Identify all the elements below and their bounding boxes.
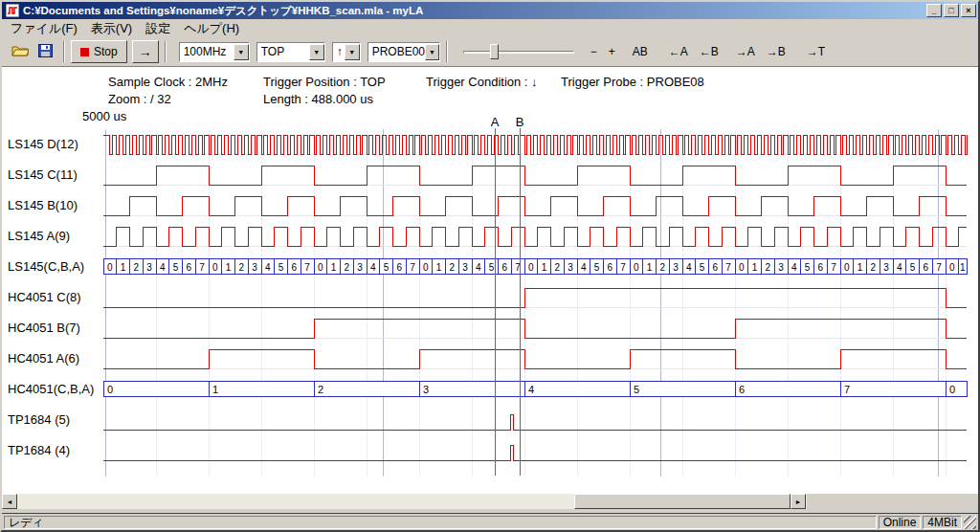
goto-trigger-button[interactable]: →T xyxy=(802,43,830,60)
svg-text:3: 3 xyxy=(423,384,429,395)
folder-open-icon xyxy=(11,44,29,60)
slider-thumb[interactable] xyxy=(490,44,499,59)
svg-text:0: 0 xyxy=(423,262,429,273)
stop-label: Stop xyxy=(94,45,118,58)
probe-value: PROBE00 xyxy=(372,45,425,58)
status-bar: レディ Online 4MBit xyxy=(2,513,978,530)
forward-a-button[interactable]: →A xyxy=(731,43,760,60)
svg-text:3: 3 xyxy=(778,262,784,273)
svg-text:3: 3 xyxy=(883,262,889,273)
horizontal-scrollbar[interactable]: ◄ ► xyxy=(2,494,807,509)
svg-text:B: B xyxy=(516,115,524,129)
svg-text:7: 7 xyxy=(620,262,626,273)
svg-text:5: 5 xyxy=(700,262,705,273)
resize-grip[interactable] xyxy=(964,516,976,529)
svg-text:4: 4 xyxy=(265,262,271,273)
status-message: レディ xyxy=(4,516,877,529)
svg-text:6: 6 xyxy=(292,262,298,273)
svg-text:1: 1 xyxy=(960,262,966,273)
open-button[interactable] xyxy=(8,40,33,63)
chevron-down-icon[interactable]: ▼ xyxy=(345,44,360,60)
svg-text:4: 4 xyxy=(686,262,692,273)
svg-text:7: 7 xyxy=(304,262,310,273)
minimize-button[interactable]: _ xyxy=(926,4,942,17)
svg-text:6: 6 xyxy=(608,262,613,273)
svg-text:2: 2 xyxy=(345,262,350,273)
ab-button[interactable]: AB xyxy=(628,43,653,60)
svg-text:1: 1 xyxy=(212,384,218,395)
svg-text:7: 7 xyxy=(410,262,415,273)
svg-text:7: 7 xyxy=(199,262,205,273)
probe-select[interactable]: PROBE00 ▼ xyxy=(368,42,440,62)
svg-text:1: 1 xyxy=(542,262,547,273)
app-icon xyxy=(6,4,19,17)
title-bar[interactable]: C:¥Documents and Settings¥noname¥デスクトップ¥… xyxy=(2,2,978,19)
close-button[interactable]: × xyxy=(961,4,976,17)
scroll-right-button[interactable]: ► xyxy=(791,494,806,509)
chevron-down-icon[interactable]: ▼ xyxy=(425,44,439,60)
save-button[interactable] xyxy=(33,40,57,63)
menu-help[interactable]: ヘルプ(H) xyxy=(177,19,246,38)
svg-text:2: 2 xyxy=(239,262,245,273)
svg-text:1: 1 xyxy=(121,262,126,273)
svg-text:1: 1 xyxy=(226,262,232,273)
stop-icon xyxy=(80,48,89,56)
svg-text:2: 2 xyxy=(555,262,561,273)
svg-text:2: 2 xyxy=(871,262,877,273)
svg-text:0: 0 xyxy=(949,262,955,273)
menu-file[interactable]: ファイル(F) xyxy=(4,19,84,38)
maximize-button[interactable]: □ xyxy=(944,4,959,17)
waveform-canvas[interactable]: 0123456701234567012345670123456701234567… xyxy=(2,67,978,494)
menu-view[interactable]: 表示(V) xyxy=(84,19,139,38)
app-window: C:¥Documents and Settings¥noname¥デスクトップ¥… xyxy=(0,0,980,532)
svg-text:6: 6 xyxy=(739,384,745,395)
sample-clock-select[interactable]: 100MHz ▼ xyxy=(179,42,250,62)
svg-text:5: 5 xyxy=(173,262,179,273)
svg-text:4: 4 xyxy=(160,262,166,273)
svg-text:6: 6 xyxy=(397,262,403,273)
svg-text:2: 2 xyxy=(660,262,666,273)
goto-b-button[interactable]: ←B xyxy=(695,43,724,60)
zoom-out-button[interactable]: − xyxy=(586,43,602,60)
svg-text:0: 0 xyxy=(107,262,113,273)
floppy-disk-icon xyxy=(38,44,53,60)
svg-text:5: 5 xyxy=(805,262,811,273)
toolbar-separator xyxy=(165,41,167,62)
chevron-down-icon[interactable]: ▼ xyxy=(309,44,324,60)
svg-text:0: 0 xyxy=(318,262,323,273)
stop-button[interactable]: Stop xyxy=(71,40,127,63)
svg-text:6: 6 xyxy=(924,262,929,273)
svg-text:6: 6 xyxy=(713,262,719,273)
svg-text:1: 1 xyxy=(858,262,863,273)
svg-text:5: 5 xyxy=(278,262,284,273)
toolbar-separator xyxy=(446,41,448,62)
svg-text:1: 1 xyxy=(647,262,653,273)
trigger-edge-select[interactable]: ↑ ▼ xyxy=(332,42,361,62)
svg-text:1: 1 xyxy=(436,262,442,273)
window-title: C:¥Documents and Settings¥noname¥デスクトップ¥… xyxy=(23,4,423,18)
window-controls: _ □ × xyxy=(926,4,976,17)
menu-settings[interactable]: 設定 xyxy=(139,19,177,38)
scrollbar-thumb[interactable] xyxy=(574,494,791,509)
trigger-position-select[interactable]: TOP ▼ xyxy=(256,42,325,62)
chevron-down-icon[interactable]: ▼ xyxy=(234,44,249,60)
trigger-edge-value: ↑ xyxy=(337,45,343,58)
svg-text:0: 0 xyxy=(949,384,955,395)
toolbar-separator xyxy=(63,41,65,62)
svg-text:4: 4 xyxy=(476,262,481,273)
svg-text:2: 2 xyxy=(134,262,140,273)
forward-b-button[interactable]: →B xyxy=(762,43,791,60)
svg-text:5: 5 xyxy=(594,262,600,273)
svg-text:2: 2 xyxy=(450,262,456,273)
svg-text:5: 5 xyxy=(910,262,916,273)
svg-text:4: 4 xyxy=(370,262,376,273)
zoom-slider[interactable] xyxy=(461,41,576,62)
zoom-in-button[interactable]: + xyxy=(604,43,620,60)
run-button[interactable]: → xyxy=(132,40,159,63)
menu-bar: ファイル(F) 表示(V) 設定 ヘルプ(H) xyxy=(2,19,978,37)
svg-text:4: 4 xyxy=(791,262,797,273)
svg-text:7: 7 xyxy=(844,384,850,395)
goto-a-button[interactable]: ←A xyxy=(664,43,693,60)
scroll-left-button[interactable]: ◄ xyxy=(2,494,17,509)
svg-text:6: 6 xyxy=(818,262,824,273)
